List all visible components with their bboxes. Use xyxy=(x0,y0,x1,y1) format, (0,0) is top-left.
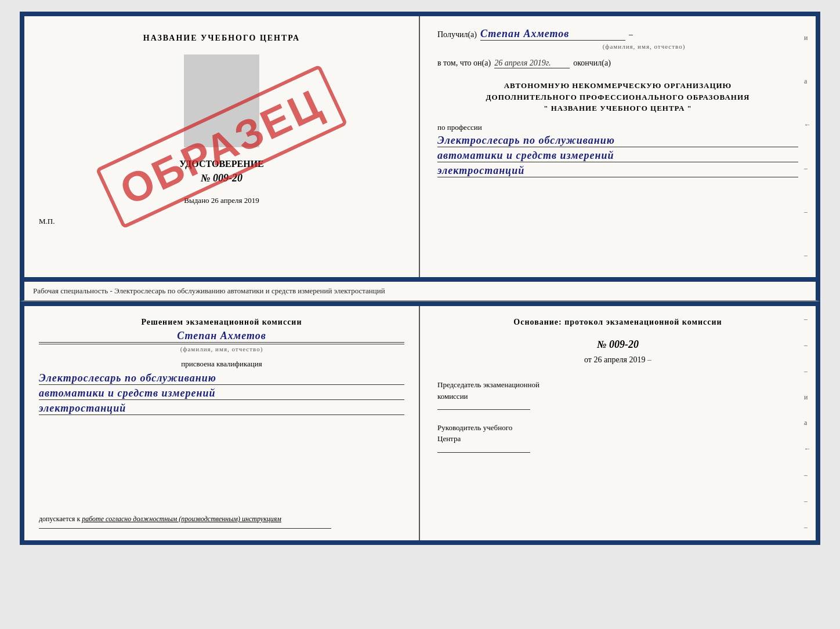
bm3: – xyxy=(804,367,811,376)
dash-1: – xyxy=(629,30,633,39)
predsedatel-line1: Председатель экзаменационной xyxy=(437,379,798,391)
bottom-left-panel: Решением экзаменационной комиссии Степан… xyxy=(24,306,420,540)
poluchil-line: Получил(а) Степан Ахметов – xyxy=(437,28,798,41)
predsedatel-line2: комиссии xyxy=(437,391,798,402)
qual-line2: автоматики и средств измерений xyxy=(39,387,404,400)
dopusk-text: работе согласно должностным (производств… xyxy=(82,515,281,523)
bm4: и xyxy=(804,393,811,402)
bm9: – xyxy=(804,523,811,532)
protokol-number: № 009-20 xyxy=(437,339,798,351)
profession-line3: электростанций xyxy=(437,165,798,177)
marker-d3: – xyxy=(804,251,811,260)
ot-date: от 26 апреля 2019 – xyxy=(437,355,798,365)
marker-arrow: ← xyxy=(804,121,811,129)
org-line1: АВТОНОМНУЮ НЕКОММЕРЧЕСКУЮ ОРГАНИЗАЦИЮ xyxy=(437,80,798,92)
profession-line2: автоматики и средств измерений xyxy=(437,150,798,162)
marker-a: а xyxy=(804,77,811,86)
ot-prefix: от xyxy=(584,355,592,364)
rukovoditel-signature-line xyxy=(437,452,530,453)
vtom-date: 26 апреля 2019г. xyxy=(494,59,570,68)
udostoverenie-number: № 009-20 xyxy=(201,172,242,184)
top-right-panel: Получил(а) Степан Ахметов – (фамилия, им… xyxy=(420,16,816,277)
mp-label: М.П. xyxy=(39,217,55,226)
org-line2: ДОПОЛНИТЕЛЬНОГО ПРОФЕССИОНАЛЬНОГО ОБРАЗО… xyxy=(437,92,798,103)
fio-hint-top: (фамилия, имя, отчество) xyxy=(490,43,798,50)
vtom-label: в том, что он(а) xyxy=(437,59,491,68)
marker-i: и xyxy=(804,34,811,42)
recipient-name: Степан Ахметов xyxy=(480,28,625,41)
dopusk-line: допускается к работе согласно должностны… xyxy=(39,503,404,529)
poprofessii-label: по профессии xyxy=(437,123,798,132)
photo-placeholder xyxy=(184,54,259,147)
predsedatel-signature-line xyxy=(437,409,530,410)
bm6: ← xyxy=(804,445,811,453)
bottom-document: Решением экзаменационной комиссии Степан… xyxy=(20,301,820,545)
poluchil-label: Получил(а) xyxy=(437,30,477,39)
top-left-title: НАЗВАНИЕ УЧЕБНОГО ЦЕНТРА xyxy=(143,34,300,43)
right-markers: и а ← – – – xyxy=(804,16,811,277)
bm5: а xyxy=(804,419,811,427)
specialty-text: Рабочая специальность - Электрослесарь п… xyxy=(20,282,820,301)
bottom-person-name: Степан Ахметов xyxy=(39,330,404,343)
profession-line1: Электрослесарь по обслуживанию xyxy=(437,134,798,147)
rukovoditel-line1: Руководитель учебного xyxy=(437,422,798,434)
vydano-label: Выдано xyxy=(184,196,209,205)
predsedatel-block: Председатель экзаменационной комиссии xyxy=(437,379,798,413)
bm7: – xyxy=(804,471,811,479)
okonchil-label: окончил(а) xyxy=(573,59,611,68)
reshenie-title: Решением экзаменационной комиссии xyxy=(39,318,404,327)
fio-hint-bottom: (фамилия, имя, отчество) xyxy=(39,346,404,352)
org-line3: " НАЗВАНИЕ УЧЕБНОГО ЦЕНТРА " xyxy=(437,103,798,114)
rukovoditel-line2: Центра xyxy=(437,433,798,445)
top-left-panel: НАЗВАНИЕ УЧЕБНОГО ЦЕНТРА УДОСТОВЕРЕНИЕ №… xyxy=(24,16,420,277)
bm8: – xyxy=(804,497,811,506)
ot-date-value: 26 апреля 2019 xyxy=(593,355,645,364)
qual-line3: электростанций xyxy=(39,402,404,415)
rukovoditel-block: Руководитель учебного Центра xyxy=(437,422,798,456)
qual-line1: Электрослесарь по обслуживанию xyxy=(39,372,404,385)
dash-right: – xyxy=(647,355,651,364)
bm2: – xyxy=(804,341,811,350)
udostoverenie-title: УДОСТОВЕРЕНИЕ xyxy=(179,159,264,169)
bottom-right-panel: Основание: протокол экзаменационной коми… xyxy=(420,306,816,540)
vydano-line: Выдано 26 апреля 2019 xyxy=(184,196,259,205)
marker-d1: – xyxy=(804,164,811,173)
marker-d2: – xyxy=(804,208,811,216)
vtom-line: в том, что он(а) 26 апреля 2019г. окончи… xyxy=(437,59,798,68)
bm1: – xyxy=(804,315,811,323)
dopusk-prefix: допускается к xyxy=(39,515,80,523)
osnov-title: Основание: протокол экзаменационной коми… xyxy=(437,318,798,327)
top-document: НАЗВАНИЕ УЧЕБНОГО ЦЕНТРА УДОСТОВЕРЕНИЕ №… xyxy=(20,12,820,282)
right-markers-bottom: – – – и а ← – – – xyxy=(804,306,811,540)
org-block: АВТОНОМНУЮ НЕКОММЕРЧЕСКУЮ ОРГАНИЗАЦИЮ ДО… xyxy=(437,80,798,114)
vydano-date: 26 апреля 2019 xyxy=(211,196,259,205)
prisvena-label: присвоена квалификация xyxy=(39,359,404,369)
